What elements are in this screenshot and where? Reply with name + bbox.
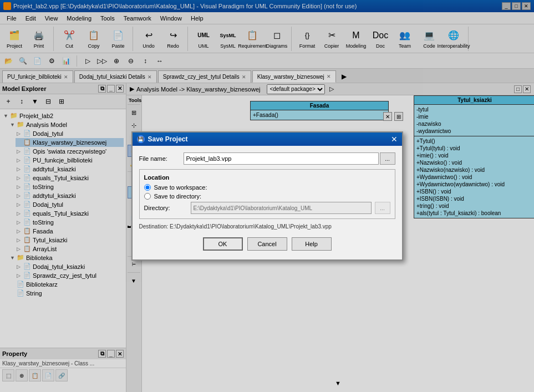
directory-input-row: Directory: ... bbox=[144, 202, 390, 214]
save-directory-row: Save to directory: bbox=[144, 193, 390, 200]
location-title: Location bbox=[144, 174, 390, 181]
save-workspace-row: Save to workspace: bbox=[144, 184, 390, 191]
dialog-title-icon: 💾 bbox=[137, 135, 145, 143]
dir-browse-button: ... bbox=[375, 202, 390, 214]
dialog-title-text: Save Project bbox=[148, 135, 188, 143]
cancel-button[interactable]: Cancel bbox=[247, 237, 287, 251]
ok-button[interactable]: OK bbox=[203, 237, 243, 251]
location-group: Location Save to workspace: Save to dire… bbox=[139, 169, 395, 219]
dialog-overlay: 💾 Save Project ✕ File name: ... Location… bbox=[0, 0, 534, 392]
directory-input bbox=[191, 202, 372, 214]
help-button[interactable]: Help bbox=[292, 237, 332, 251]
workspace-radio[interactable] bbox=[144, 184, 151, 191]
destination-row: Destination: E:\Dydaktyka\d1\PIO\laborat… bbox=[139, 223, 395, 230]
workspace-label[interactable]: Save to workspace: bbox=[154, 184, 207, 191]
directory-label[interactable]: Save to directory: bbox=[154, 193, 202, 200]
file-browse-button[interactable]: ... bbox=[380, 152, 395, 165]
dialog-buttons: OK Cancel Help bbox=[139, 235, 395, 253]
file-name-row: File name: ... bbox=[139, 152, 395, 165]
dir-label: Directory: bbox=[144, 205, 189, 211]
destination-label: Destination: E:\Dydaktyka\d1\PIO\laborat… bbox=[139, 223, 332, 230]
dialog-body: File name: ... Location Save to workspac… bbox=[133, 146, 402, 259]
file-name-label: File name: bbox=[139, 155, 184, 162]
file-name-input[interactable] bbox=[184, 152, 379, 165]
dialog-close-button[interactable]: ✕ bbox=[391, 135, 398, 144]
save-project-dialog: 💾 Save Project ✕ File name: ... Location… bbox=[131, 131, 403, 261]
directory-radio[interactable] bbox=[144, 193, 151, 200]
dialog-title-bar: 💾 Save Project ✕ bbox=[133, 133, 402, 146]
